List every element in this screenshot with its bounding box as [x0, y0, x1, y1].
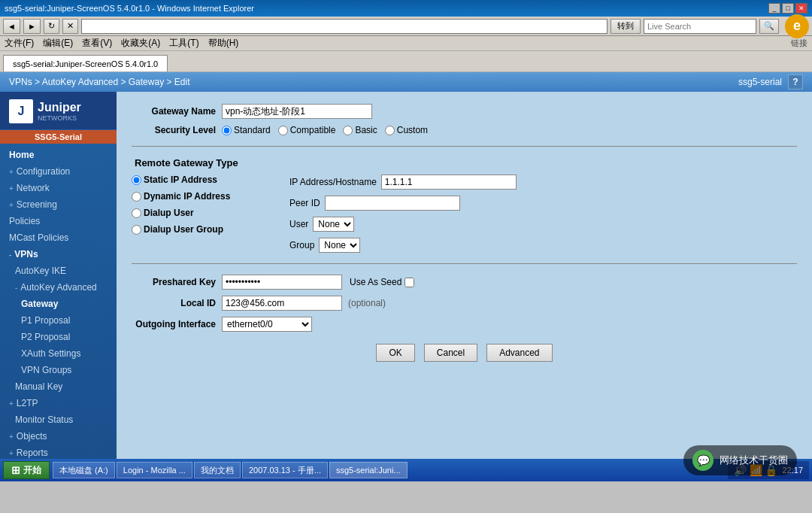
- links-label: 链接: [791, 38, 807, 49]
- taskbar-item-3[interactable]: 2007.03.13 - 手册...: [242, 462, 328, 478]
- radio-basic[interactable]: Basic: [343, 125, 377, 135]
- expand-icon: +: [9, 433, 14, 441]
- taskbar-item-1[interactable]: Login - Mozilla ...: [117, 462, 192, 478]
- back-button[interactable]: ◄: [3, 19, 20, 34]
- watermark-text: 网络技术干货圈: [720, 454, 788, 467]
- sidebar-item-mcast-policies[interactable]: MCast Policies: [0, 229, 117, 246]
- menu-favorites[interactable]: 收藏夹(A): [121, 37, 160, 50]
- user-select[interactable]: None: [313, 217, 354, 232]
- radio-dynamic-ip[interactable]: Dynamic IP Address: [132, 191, 267, 202]
- security-level-label: Security Level: [132, 125, 222, 135]
- sidebar-item-autokey-advanced[interactable]: - AutoKey Advanced: [0, 279, 117, 296]
- use-as-seed-label: Use As Seed: [350, 277, 401, 287]
- sidebar-item-objects[interactable]: + Objects: [0, 428, 117, 445]
- radio-dialup-user-group[interactable]: Dialup User Group: [132, 224, 267, 235]
- sidebar-item-home[interactable]: Home: [0, 147, 117, 163]
- group-select[interactable]: None: [319, 238, 360, 253]
- sidebar-item-l2tp[interactable]: + L2TP: [0, 395, 117, 411]
- ok-button[interactable]: OK: [376, 344, 414, 362]
- sidebar-item-reports[interactable]: + Reports: [0, 445, 117, 459]
- breadcrumb: VPNs > AutoKey Advanced > Gateway > Edit: [9, 77, 189, 87]
- local-id-input[interactable]: [222, 296, 342, 311]
- user-label: User: [289, 219, 308, 229]
- help-button[interactable]: ?: [788, 74, 803, 90]
- sidebar-item-network[interactable]: + Network: [0, 180, 117, 196]
- peer-id-row: Peer ID: [289, 196, 517, 211]
- group-row: Group None: [289, 238, 517, 253]
- refresh-button[interactable]: ↻: [44, 19, 59, 34]
- preshared-key-input[interactable]: [222, 275, 342, 290]
- go-button[interactable]: 转到: [611, 19, 641, 34]
- logo-sub: NETWORKS: [38, 114, 81, 122]
- expand-icon: +: [9, 399, 14, 408]
- radio-custom[interactable]: Custom: [385, 125, 428, 135]
- peer-id-label: Peer ID: [289, 198, 320, 208]
- outgoing-interface-select[interactable]: ethernet0/0: [222, 317, 312, 332]
- search-input[interactable]: [644, 19, 756, 34]
- address-bar[interactable]: http://192.168.1.1/nswebui.html: [81, 19, 607, 34]
- peer-id-input[interactable]: [325, 196, 460, 211]
- sidebar-item-vpn-groups[interactable]: VPN Groups: [0, 362, 117, 378]
- sidebar-item-manual-key[interactable]: Manual Key: [0, 378, 117, 395]
- sidebar-item-configuration[interactable]: + Configuration: [0, 163, 117, 180]
- divider-1: [132, 146, 797, 147]
- sidebar-item-p1-proposal[interactable]: P1 Proposal: [0, 312, 117, 329]
- search-go-button[interactable]: 🔍: [759, 19, 779, 34]
- cancel-button[interactable]: Cancel: [424, 344, 477, 362]
- forward-button[interactable]: ►: [23, 19, 41, 34]
- juniper-logo: J Juniper NETWORKS: [9, 99, 108, 123]
- sidebar-item-p2-proposal[interactable]: P2 Proposal: [0, 329, 117, 345]
- start-button[interactable]: ⊞ 开始: [3, 461, 50, 479]
- taskbar-item-4[interactable]: ssg5-serial:Juni...: [329, 462, 408, 478]
- breadcrumb-bar: VPNs > AutoKey Advanced > Gateway > Edit…: [0, 72, 812, 92]
- radio-dialup-user[interactable]: Dialup User: [132, 208, 267, 218]
- ip-hostname-input[interactable]: [381, 175, 517, 190]
- menu-tools[interactable]: 工具(T): [169, 37, 198, 50]
- close-button[interactable]: ✕: [795, 3, 807, 14]
- remote-gw-types: Static IP Address Dynamic IP Address Dia…: [132, 175, 267, 253]
- advanced-button[interactable]: Advanced: [486, 344, 552, 362]
- radio-static-ip[interactable]: Static IP Address: [132, 175, 267, 185]
- outgoing-interface-row: Outgoing Interface ethernet0/0: [132, 317, 797, 332]
- sidebar-item-vpns[interactable]: - VPNs: [0, 246, 117, 263]
- sidebar: J Juniper NETWORKS SSG5-Serial Home + Co…: [0, 92, 117, 459]
- ip-hostname-label: IP Address/Hostname: [289, 177, 377, 187]
- radio-standard[interactable]: Standard: [222, 125, 271, 135]
- sidebar-logo: J Juniper NETWORKS: [0, 92, 117, 130]
- active-tab[interactable]: ssg5-serial:Juniper-ScreenOS 5.4.0r1.0: [3, 55, 168, 71]
- gateway-name-input[interactable]: [222, 104, 372, 119]
- menu-help[interactable]: 帮助(H): [208, 37, 239, 50]
- taskbar-items: 本地磁盘 (A:) Login - Mozilla ... 我的文档 2007.…: [53, 462, 725, 478]
- security-level-radio-group: Standard Compatible Basic Custom: [222, 125, 428, 135]
- form-buttons: OK Cancel Advanced: [132, 344, 797, 362]
- expand-icon: +: [9, 449, 14, 457]
- sidebar-item-gateway[interactable]: Gateway: [0, 296, 117, 312]
- local-id-label: Local ID: [132, 298, 222, 308]
- use-as-seed-checkbox[interactable]: [404, 278, 414, 287]
- sidebar-item-monitor-status[interactable]: Monitor Status: [0, 411, 117, 428]
- restore-button[interactable]: □: [782, 3, 794, 14]
- expand-icon: -: [15, 284, 17, 292]
- menu-edit[interactable]: 编辑(E): [43, 37, 73, 50]
- wm-icon: 💬: [692, 450, 714, 471]
- minimize-button[interactable]: _: [768, 3, 780, 14]
- security-level-row: Security Level Standard Compatible Basic…: [132, 125, 797, 135]
- group-label: Group: [289, 240, 314, 250]
- menu-file[interactable]: 文件(F): [5, 37, 34, 50]
- gateway-name-label: Gateway Name: [132, 106, 222, 117]
- menu-view[interactable]: 查看(V): [82, 37, 112, 50]
- expand-icon: +: [9, 201, 14, 209]
- taskbar-item-2[interactable]: 我的文档: [194, 462, 241, 478]
- sidebar-item-xauth-settings[interactable]: XAuth Settings: [0, 345, 117, 362]
- device-label: ssg5-serial: [738, 77, 782, 87]
- stop-button[interactable]: ✕: [62, 19, 78, 34]
- ie-logo-icon: e: [785, 14, 809, 38]
- sidebar-item-policies[interactable]: Policies: [0, 213, 117, 229]
- preshared-key-row: Preshared Key Use As Seed: [132, 275, 797, 290]
- user-row: User None: [289, 217, 517, 232]
- taskbar-item-0[interactable]: 本地磁盘 (A:): [53, 462, 115, 478]
- sidebar-item-autokey-ike[interactable]: AutoKey IKE: [0, 263, 117, 279]
- expand-icon: +: [9, 168, 14, 176]
- sidebar-item-screening[interactable]: + Screening: [0, 196, 117, 213]
- radio-compatible[interactable]: Compatible: [278, 125, 336, 135]
